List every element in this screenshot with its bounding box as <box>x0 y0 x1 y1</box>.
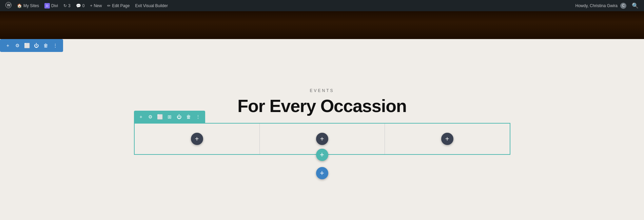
add-module-col2-button[interactable]: + <box>316 133 328 145</box>
section-duplicate-button[interactable]: ⬜ <box>22 41 31 50</box>
row-settings-icon: ⚙ <box>148 114 153 120</box>
add-module-col1-button[interactable]: + <box>191 133 203 145</box>
add-section-icon: + <box>320 169 324 178</box>
section-toolbar: + ⚙ ⬜ ⏻ 🗑 ⋮ <box>0 39 63 52</box>
section-more-icon: ⋮ <box>53 43 58 48</box>
add-row-icon: + <box>320 150 324 159</box>
exit-visual-builder-link[interactable]: Exit Visual Builder <box>132 0 171 11</box>
comments-menu[interactable]: 💬 0 <box>73 0 87 11</box>
row-duplicate-icon: ⬜ <box>157 114 163 120</box>
divi-icon: D <box>44 3 50 8</box>
exit-visual-builder-label: Exit Visual Builder <box>135 3 168 8</box>
section-header: EVENTS For Every Occassion <box>237 88 406 116</box>
user-info: Howdy, Christina Gwira C <box>573 3 629 9</box>
add-module-col3-button[interactable]: + <box>441 133 453 145</box>
updates-count: 3 <box>68 3 71 8</box>
row-more-button[interactable]: ⋮ <box>194 112 202 121</box>
admin-bar: W 🏠 My Sites D Divi ↻ 3 💬 0 + New ✏ Edit… <box>0 0 644 11</box>
row-settings-button[interactable]: ⚙ <box>146 112 155 121</box>
section-more-button[interactable]: ⋮ <box>51 41 60 50</box>
add-module-col3-icon: + <box>445 135 449 143</box>
row-container: + ⚙ ⬜ ⊞ ⏻ 🗑 ⋮ + <box>134 123 510 155</box>
row-columns-icon: ⊞ <box>168 114 172 120</box>
column-3: + <box>385 124 510 154</box>
section-subtitle: EVENTS <box>237 88 406 93</box>
row-columns-button[interactable]: ⊞ <box>165 112 174 121</box>
column-1: + <box>135 124 260 154</box>
section-power-icon: ⏻ <box>34 43 39 48</box>
divi-menu[interactable]: D Divi <box>42 0 61 11</box>
section-title: For Every Occassion <box>237 96 406 116</box>
comments-count: 0 <box>82 3 85 8</box>
row-delete-button[interactable]: 🗑 <box>184 112 193 121</box>
updates-menu[interactable]: ↻ 3 <box>61 0 73 11</box>
search-button[interactable]: 🔍 <box>629 2 641 9</box>
edit-page-label: Edit Page <box>112 3 130 8</box>
section-settings-icon: ⚙ <box>15 43 20 48</box>
wordpress-logo[interactable]: W <box>3 0 14 11</box>
new-label: New <box>94 3 102 8</box>
main-content: EVENTS For Every Occassion + ⚙ ⬜ ⊞ ⏻ 🗑 <box>0 78 644 220</box>
my-sites-label: My Sites <box>23 3 39 8</box>
section-add-icon: + <box>6 43 9 48</box>
row-more-icon: ⋮ <box>196 114 200 120</box>
section-add-button[interactable]: + <box>3 41 12 50</box>
avatar[interactable]: C <box>620 3 626 9</box>
row-add-button[interactable]: + <box>137 112 145 121</box>
new-menu[interactable]: + New <box>87 0 104 11</box>
row-power-button[interactable]: ⏻ <box>175 112 183 121</box>
add-row-button[interactable]: + <box>316 149 328 161</box>
row-toolbar: + ⚙ ⬜ ⊞ ⏻ 🗑 ⋮ <box>134 111 205 123</box>
section-delete-button[interactable]: 🗑 <box>41 41 50 50</box>
row-power-icon: ⏻ <box>177 114 181 120</box>
section-duplicate-icon: ⬜ <box>24 43 30 48</box>
row-delete-icon: 🗑 <box>186 114 191 120</box>
section-delete-icon: 🗑 <box>43 43 48 48</box>
edit-page-link[interactable]: ✏ Edit Page <box>104 0 132 11</box>
search-icon: 🔍 <box>632 2 639 9</box>
section-power-button[interactable]: ⏻ <box>32 41 41 50</box>
my-sites-menu[interactable]: 🏠 My Sites <box>14 0 42 11</box>
updates-icon: ↻ <box>63 3 67 8</box>
add-section-button[interactable]: + <box>316 167 328 179</box>
wordpress-icon: W <box>5 2 12 9</box>
howdy-label: Howdy, Christina Gwira <box>575 3 618 8</box>
divi-label: Divi <box>51 3 58 8</box>
edit-icon: ✏ <box>107 3 111 8</box>
svg-text:W: W <box>7 3 11 7</box>
row-duplicate-button[interactable]: ⬜ <box>156 112 164 121</box>
new-plus-icon: + <box>90 3 92 8</box>
hero-image <box>0 11 644 39</box>
add-module-col1-icon: + <box>195 135 199 143</box>
add-module-col2-icon: + <box>320 135 324 143</box>
row-add-icon: + <box>139 114 142 120</box>
comments-icon: 💬 <box>76 3 81 8</box>
my-sites-icon: 🏠 <box>17 3 22 8</box>
section-settings-button[interactable]: ⚙ <box>13 41 22 50</box>
